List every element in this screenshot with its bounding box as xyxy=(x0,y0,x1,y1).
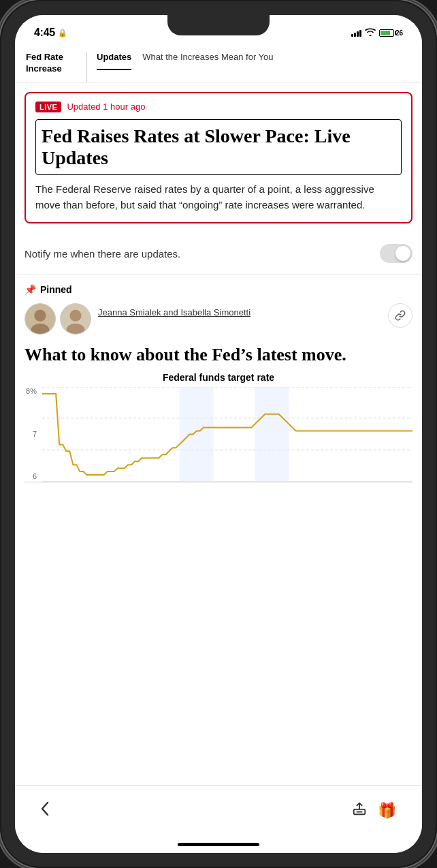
avatar-1 xyxy=(25,303,56,335)
live-header: LIVE Updated 1 hour ago xyxy=(35,102,402,112)
home-indicator xyxy=(15,835,422,853)
svg-rect-10 xyxy=(179,387,213,482)
back-button[interactable] xyxy=(35,796,54,826)
main-content: LIVE Updated 1 hour ago Fed Raises Rates… xyxy=(15,82,422,785)
pinned-header: 📌 Pinned xyxy=(25,284,412,295)
y-label-7: 7 xyxy=(25,430,39,438)
signal-icon xyxy=(351,29,361,37)
link-button[interactable] xyxy=(388,303,412,328)
svg-point-1 xyxy=(34,310,46,322)
lock-icon: 🔒 xyxy=(58,29,67,37)
status-icons: 26 xyxy=(351,28,403,38)
chart-plot xyxy=(42,387,412,482)
gift-button[interactable]: 🎁 xyxy=(372,796,402,825)
author-avatars xyxy=(25,303,91,335)
notify-row: Notify me when there are updates. xyxy=(15,233,422,275)
pinned-label: Pinned xyxy=(40,284,72,295)
home-bar xyxy=(178,843,259,846)
svg-rect-11 xyxy=(255,387,289,482)
nav-bar: Fed RateIncrease Updates What the Increa… xyxy=(15,45,422,82)
live-updated-text: Updated 1 hour ago xyxy=(67,102,145,112)
notify-label: Notify me when there are updates. xyxy=(25,248,180,260)
chart-y-labels: 8% 7 6 xyxy=(25,387,39,482)
status-time: 4:45 xyxy=(34,27,55,39)
pin-icon: 📌 xyxy=(25,284,36,295)
chart-section: Federal funds target rate 8% 7 6 xyxy=(15,372,422,482)
chart-container: 8% 7 6 xyxy=(25,387,412,482)
live-headline: Fed Raises Rates at Slower Pace: Live Up… xyxy=(35,119,402,175)
author-info: Jeanna Smialek and Isabella Simonetti xyxy=(98,303,381,319)
y-label-6: 6 xyxy=(25,472,39,480)
pinned-section: 📌 Pinned xyxy=(15,275,422,335)
share-button[interactable] xyxy=(346,796,372,826)
live-badge: LIVE xyxy=(35,102,61,112)
live-summary: The Federal Reserve raised rates by a qu… xyxy=(35,182,402,213)
svg-point-4 xyxy=(69,310,81,322)
chart-title: Federal funds target rate xyxy=(25,372,412,383)
pinned-article: Jeanna Smialek and Isabella Simonetti xyxy=(25,303,412,335)
section-title: Fed RateIncrease xyxy=(26,52,87,82)
tab-updates[interactable]: Updates xyxy=(97,52,131,70)
phone-frame: 4:45 🔒 xyxy=(0,0,437,868)
article-headline[interactable]: What to know about the Fed’s latest move… xyxy=(15,335,422,372)
avatar-2 xyxy=(60,303,91,335)
notify-toggle[interactable] xyxy=(380,244,412,263)
toggle-knob xyxy=(395,246,410,261)
notch xyxy=(167,15,270,35)
tab-increases[interactable]: What the Increases Mean for You xyxy=(142,52,273,70)
live-card[interactable]: LIVE Updated 1 hour ago Fed Raises Rates… xyxy=(25,92,412,223)
bottom-toolbar: 🎁 xyxy=(15,785,422,835)
author-names[interactable]: Jeanna Smialek and Isabella Simonetti xyxy=(98,307,250,317)
wifi-icon xyxy=(365,28,376,38)
y-label-8: 8% xyxy=(25,387,39,395)
battery-icon: 26 xyxy=(379,29,403,37)
phone-screen: 4:45 🔒 xyxy=(15,15,422,853)
nav-tabs: Updates What the Increases Mean for You xyxy=(87,52,411,70)
